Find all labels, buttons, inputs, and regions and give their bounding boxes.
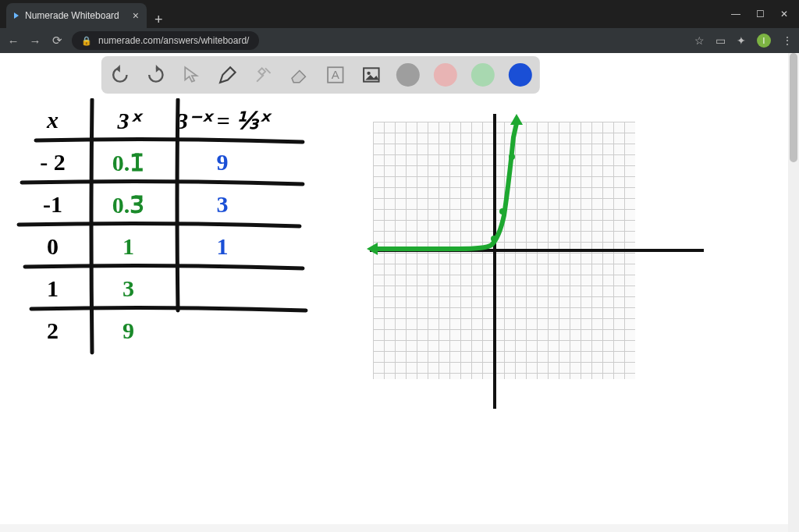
- redo-button[interactable]: [145, 64, 167, 86]
- cell-3x: 1: [91, 226, 165, 267]
- profile-avatar[interactable]: I: [757, 34, 771, 48]
- cell-x: - 2: [16, 142, 90, 183]
- pointer-tool[interactable]: [181, 64, 203, 86]
- svg-point-3: [367, 72, 370, 75]
- svg-point-4: [491, 236, 497, 242]
- maximize-button[interactable]: ☐: [756, 9, 765, 20]
- address-bar: ← → ⟳ 🔒 numerade.com/answers/whiteboard/…: [0, 28, 799, 53]
- new-tab-button[interactable]: +: [147, 12, 171, 28]
- browser-titlebar: Numerade Whiteboard × + — ☐ ✕: [0, 0, 799, 28]
- pen-tool[interactable]: [217, 64, 239, 86]
- cell-3nx: 3: [167, 184, 278, 225]
- cell-x: 2: [16, 310, 90, 351]
- th-3x: 3ˣ: [91, 100, 165, 140]
- window-controls: — ☐ ✕: [720, 9, 799, 20]
- whiteboard-canvas[interactable]: A x 3ˣ 3⁻ˣ = ⅓ˣ - 20.1̄9 -10.3̄3 011 13 …: [0, 53, 799, 532]
- image-tool[interactable]: [360, 64, 382, 86]
- play-favicon-icon: [14, 12, 19, 19]
- reload-button[interactable]: ⟳: [50, 34, 64, 48]
- color-gray[interactable]: [396, 63, 420, 87]
- cell-3nx: [167, 310, 278, 351]
- tab-title: Numerade Whiteboard: [25, 10, 119, 21]
- cell-3x: 3: [91, 268, 165, 309]
- url-text: numerade.com/answers/whiteboard/: [98, 35, 249, 46]
- url-input[interactable]: 🔒 numerade.com/answers/whiteboard/: [72, 31, 259, 50]
- scrollbar-thumb[interactable]: [790, 53, 797, 162]
- cast-icon[interactable]: ▭: [716, 34, 726, 47]
- close-window-button[interactable]: ✕: [780, 9, 788, 20]
- color-blue[interactable]: [509, 63, 532, 87]
- eraser-tool[interactable]: [289, 64, 311, 86]
- forward-button[interactable]: →: [28, 34, 42, 48]
- vertical-scrollbar[interactable]: [788, 53, 799, 532]
- th-3negx: 3⁻ˣ = ⅓ˣ: [167, 100, 278, 140]
- exp-curve: [365, 114, 646, 395]
- bookmark-star-button[interactable]: ☆: [694, 34, 705, 47]
- extensions-button[interactable]: ✦: [737, 34, 746, 47]
- color-pink[interactable]: [434, 63, 457, 87]
- cell-3x: 0.1̄: [91, 142, 165, 183]
- cell-3nx: 9: [167, 142, 278, 183]
- svg-point-5: [499, 208, 506, 215]
- cell-x: 1: [16, 268, 90, 309]
- close-tab-button[interactable]: ×: [133, 9, 139, 22]
- browser-tab-active[interactable]: Numerade Whiteboard ×: [6, 3, 147, 28]
- data-table: x 3ˣ 3⁻ˣ = ⅓ˣ - 20.1̄9 -10.3̄3 011 13 29: [14, 98, 279, 353]
- tools-button[interactable]: [253, 64, 275, 86]
- th-x: x: [16, 100, 90, 140]
- color-green[interactable]: [471, 63, 495, 87]
- svg-point-6: [509, 154, 515, 160]
- cell-3x: 0.3̄: [91, 184, 165, 225]
- cell-x: 0: [16, 226, 90, 267]
- cell-x: -1: [16, 184, 90, 225]
- addr-right-controls: ☆ ▭ ✦ I ⋮: [694, 34, 793, 48]
- browser-menu-button[interactable]: ⋮: [782, 34, 793, 47]
- back-button[interactable]: ←: [6, 34, 20, 48]
- horizontal-scrollbar[interactable]: [0, 524, 788, 532]
- graph-panel: [373, 122, 635, 379]
- minimize-button[interactable]: —: [731, 9, 740, 20]
- text-tool[interactable]: A: [325, 64, 346, 86]
- tab-strip: Numerade Whiteboard × +: [0, 0, 171, 28]
- cell-3nx: 1: [167, 226, 278, 267]
- whiteboard-toolbar: A: [101, 56, 540, 94]
- cell-3nx: [167, 268, 278, 309]
- cell-3x: 9: [91, 310, 165, 351]
- lock-icon: 🔒: [81, 36, 92, 46]
- svg-text:A: A: [332, 68, 340, 81]
- undo-button[interactable]: [109, 64, 131, 86]
